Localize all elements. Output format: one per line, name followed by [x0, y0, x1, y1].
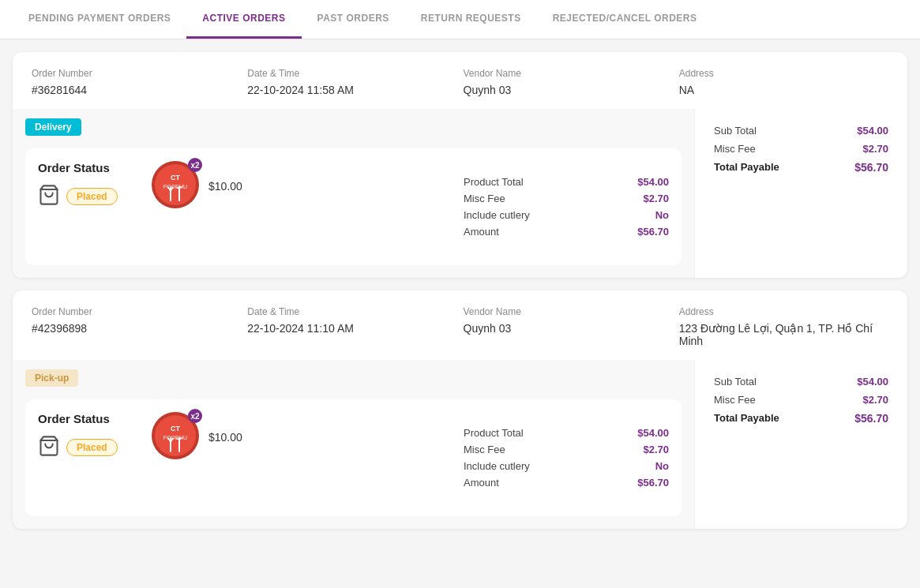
productTotal-label-0: Product Total [464, 176, 524, 188]
address-field-0: AddressNA [679, 68, 888, 96]
vendor-name-value-1: Quynh 03 [464, 322, 673, 335]
svg-text:CT: CT [171, 425, 180, 433]
miscFee-label-0: Misc Fee [464, 193, 505, 204]
vendor-name-field-0: Vendor NameQuynh 03 [464, 68, 673, 96]
status-title-1: Order Status [38, 412, 110, 425]
order-number-label-0: Order Number [32, 68, 241, 79]
miscFee-total-value-0: $2.70 [862, 143, 888, 155]
includeCutlery-row-1: Include cutleryNo [464, 458, 669, 474]
amount-label-1: Amount [464, 477, 499, 489]
totalPayable-total-value-0: $56.70 [854, 161, 888, 174]
product-image-wrap-0: CT FOODHU x2 [152, 161, 199, 211]
order-left-0: DeliveryOrder StatusPlaced CT FOODHU x2$… [13, 109, 694, 278]
tab-pending[interactable]: PENDING PAYMENT ORDERS [13, 0, 186, 39]
status-left-0: Order StatusPlaced [38, 161, 133, 208]
bag-icon-1 [38, 435, 60, 459]
includeCutlery-label-1: Include cutlery [464, 460, 530, 472]
amount-row-1: Amount$56.70 [464, 474, 669, 491]
amount-row-0: Amount$56.70 [464, 223, 669, 240]
status-section-1: Order StatusPlaced CT FOODHU x2$10.00Pro… [25, 399, 682, 516]
totalPayable-total-row-1: Total Payable$56.70 [714, 409, 888, 428]
order-header-0: Order Number#36281644Date & Time22-10-20… [13, 52, 907, 109]
status-left-1: Order StatusPlaced [38, 412, 133, 459]
order-left-1: Pick-upOrder StatusPlaced CT FOODHU x2$1… [13, 360, 694, 529]
vendor-name-value-0: Quynh 03 [464, 84, 673, 96]
amount-label-0: Amount [464, 226, 499, 238]
vendor-name-field-1: Vendor NameQuynh 03 [464, 306, 673, 347]
subTotal-total-value-1: $54.00 [857, 376, 888, 388]
order-body-0: DeliveryOrder StatusPlaced CT FOODHU x2$… [13, 109, 907, 278]
status-badge-0: Placed [66, 188, 118, 205]
qty-badge-0: x2 [188, 158, 202, 172]
includeCutlery-value-1: No [655, 460, 669, 472]
tab-rejected[interactable]: REJECTED/CANCEL ORDERS [537, 0, 713, 39]
order-number-field-1: Order Number#42396898 [32, 306, 241, 347]
address-label-1: Address [679, 306, 888, 317]
vendor-name-label-1: Vendor Name [464, 306, 673, 317]
product-image-wrap-1: CT FOODHU x2 [152, 412, 199, 462]
tabs-nav: PENDING PAYMENT ORDERSACTIVE ORDERSPAST … [0, 0, 920, 39]
address-label-0: Address [679, 68, 888, 79]
tab-return[interactable]: RETURN REQUESTS [405, 0, 537, 39]
date-time-value-0: 22-10-2024 11:58 AM [247, 84, 456, 96]
order-badge-1: Pick-up [25, 369, 78, 387]
includeCutlery-value-0: No [655, 209, 669, 221]
date-time-label-1: Date & Time [247, 306, 456, 317]
order-header-1: Order Number#42396898Date & Time22-10-20… [13, 290, 907, 360]
status-row-1: Placed [38, 435, 118, 459]
tab-active[interactable]: ACTIVE ORDERS [186, 0, 301, 39]
address-field-1: Address123 Đường Lê Lợi, Quận 1, TP. Hồ … [679, 306, 888, 347]
svg-text:FOODHU: FOODHU [163, 435, 187, 440]
status-section-0: Order StatusPlaced CT FOODHU x2$10.00Pro… [25, 148, 682, 265]
productTotal-value-0: $54.00 [637, 176, 669, 188]
order-number-label-1: Order Number [32, 306, 241, 317]
miscFee-total-label-0: Misc Fee [714, 143, 756, 155]
order-number-field-0: Order Number#36281644 [32, 68, 241, 96]
order-details-1: Product Total$54.00Misc Fee$2.70Include … [464, 412, 669, 504]
subTotal-total-row-1: Sub Total$54.00 [714, 373, 888, 391]
miscFee-total-value-1: $2.70 [862, 394, 888, 406]
totals-1: Sub Total$54.00Misc Fee$2.70Total Payabl… [714, 373, 888, 428]
order-card-0: Order Number#36281644Date & Time22-10-20… [13, 52, 907, 278]
order-number-value-0: #36281644 [32, 84, 241, 96]
miscFee-value-1: $2.70 [643, 444, 669, 455]
date-time-field-0: Date & Time22-10-2024 11:58 AM [247, 68, 456, 96]
includeCutlery-row-0: Include cutleryNo [464, 207, 669, 223]
miscFee-total-row-0: Misc Fee$2.70 [714, 140, 888, 158]
bag-icon-0 [38, 184, 60, 208]
date-time-label-0: Date & Time [247, 68, 456, 79]
totalPayable-total-value-1: $56.70 [854, 412, 888, 425]
productTotal-row-1: Product Total$54.00 [464, 425, 669, 441]
status-badge-1: Placed [66, 439, 118, 456]
productTotal-value-1: $54.00 [637, 427, 669, 439]
product-item-1: CT FOODHU x2$10.00 [152, 412, 242, 462]
status-title-0: Order Status [38, 161, 110, 174]
subTotal-total-label-1: Sub Total [714, 376, 757, 388]
order-body-1: Pick-upOrder StatusPlaced CT FOODHU x2$1… [13, 360, 907, 529]
amount-value-1: $56.70 [637, 477, 669, 489]
miscFee-row-0: Misc Fee$2.70 [464, 190, 669, 207]
subTotal-total-value-0: $54.00 [857, 125, 888, 137]
subTotal-total-row-0: Sub Total$54.00 [714, 122, 888, 140]
order-card-1: Order Number#42396898Date & Time22-10-20… [13, 290, 907, 529]
totalPayable-total-label-1: Total Payable [714, 412, 779, 425]
svg-text:CT: CT [171, 174, 180, 182]
date-time-value-1: 22-10-2024 11:10 AM [247, 322, 456, 335]
product-item-0: CT FOODHU x2$10.00 [152, 161, 242, 211]
amount-value-0: $56.70 [637, 226, 669, 238]
totalPayable-total-row-0: Total Payable$56.70 [714, 158, 888, 177]
order-number-value-1: #42396898 [32, 322, 241, 335]
tab-past[interactable]: PAST ORDERS [302, 0, 405, 39]
totals-0: Sub Total$54.00Misc Fee$2.70Total Payabl… [714, 122, 888, 177]
productTotal-label-1: Product Total [464, 427, 524, 439]
orders-content: Order Number#36281644Date & Time22-10-20… [0, 39, 920, 541]
miscFee-row-1: Misc Fee$2.70 [464, 441, 669, 458]
vendor-name-label-0: Vendor Name [464, 68, 673, 79]
product-price-1: $10.00 [208, 431, 242, 444]
svg-text:FOODHU: FOODHU [163, 184, 187, 189]
order-badge-0: Delivery [25, 118, 81, 136]
miscFee-value-0: $2.70 [643, 193, 669, 204]
order-right-0: Sub Total$54.00Misc Fee$2.70Total Payabl… [694, 109, 907, 278]
address-value-0: NA [679, 84, 888, 96]
date-time-field-1: Date & Time22-10-2024 11:10 AM [247, 306, 456, 347]
